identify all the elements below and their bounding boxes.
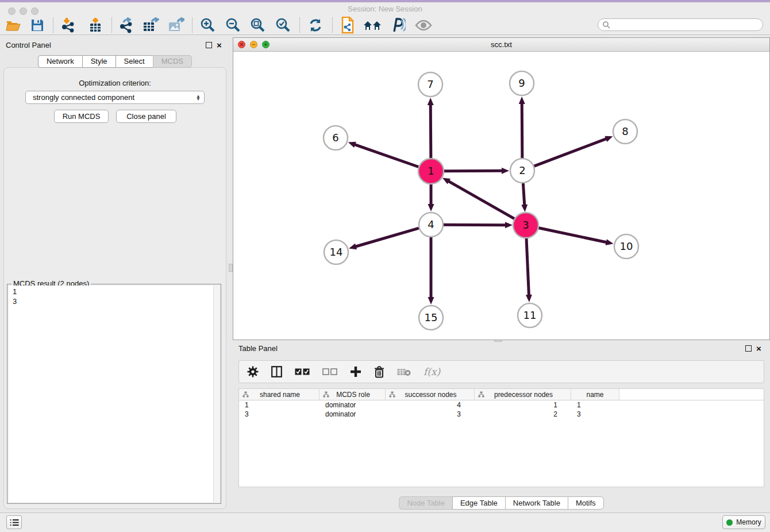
cell-shared-name[interactable]: 3 [239,410,319,419]
refresh-icon[interactable] [306,16,325,34]
column-header-shared-name[interactable]: shared name [239,389,319,400]
edge-3-11[interactable] [526,238,529,296]
network-graph[interactable]: 7968124314101511 [233,51,769,340]
table-row[interactable]: 3dominator323 [239,410,764,419]
memory-status-icon [726,519,733,526]
export-table-icon[interactable] [141,16,160,34]
save-session-icon[interactable] [28,16,47,34]
tab-mcds[interactable]: MCDS [153,55,192,68]
import-table-icon[interactable] [86,16,105,34]
first-neighbors-icon[interactable] [363,16,382,34]
result-line: 1 [13,287,214,296]
node-table: shared nameMCDS rolesuccessor nodesprede… [238,388,764,487]
cell-shared-name[interactable]: 1 [239,400,319,410]
cell-predecessor-nodes[interactable]: 1 [475,400,571,410]
node-label: 14 [330,246,343,258]
add-row-icon[interactable] [350,366,361,377]
cell-predecessor-nodes[interactable]: 2 [475,410,571,419]
tab-select[interactable]: Select [116,55,153,68]
memory-button[interactable]: Memory [722,515,765,529]
column-label: MCDS role [329,391,385,399]
arrowhead-icon [428,98,434,105]
export-network-icon[interactable] [116,16,136,34]
arrowhead-icon [349,244,357,250]
tab-edge-table[interactable]: Edge Table [452,496,505,510]
delete-row-icon[interactable] [374,366,384,378]
list-icon [10,519,19,526]
edge-1-7[interactable] [430,104,431,159]
edge-3-10[interactable] [538,228,607,242]
table-body[interactable]: 1dominator4113dominator323 [239,400,764,487]
float-panel-icon[interactable] [206,42,212,48]
function-builder-icon[interactable]: f(x) [424,366,440,377]
toolbar-separator [192,17,192,33]
table-row[interactable]: 1dominator411 [239,400,764,410]
zoom-fit-icon[interactable] [248,16,268,34]
column-label: name [571,391,619,399]
edge-1-6[interactable] [354,144,419,167]
close-table-panel-icon[interactable]: × [756,345,761,352]
edge-2-3[interactable] [523,183,524,206]
vertical-splitter-grip[interactable] [229,264,233,272]
export-image-icon[interactable] [166,16,186,34]
vizmapper-icon[interactable] [388,16,407,34]
new-network-icon[interactable] [338,16,357,34]
search-box[interactable] [598,18,763,31]
toolbar-separator [299,17,300,33]
deselect-all-icon[interactable] [322,368,337,375]
show-hide-icon[interactable] [414,16,433,34]
tab-network[interactable]: Network [38,55,82,68]
cell-name[interactable]: 3 [571,410,619,419]
task-history-button[interactable] [6,515,22,529]
arrowhead-icon [502,168,509,174]
zoom-in-icon[interactable] [198,16,218,34]
node-label: 1 [428,165,434,177]
float-table-panel-icon[interactable] [745,345,752,352]
memory-label: Memory [736,518,761,526]
close-panel-icon[interactable]: × [217,42,222,48]
settings-gear-icon[interactable] [247,366,259,377]
control-panel-buttons: × [206,42,222,48]
arrowhead-icon [526,295,532,302]
data-type-icon [242,391,249,398]
import-network-icon[interactable] [58,16,78,34]
cell-MCDS-role[interactable]: dominator [319,410,386,419]
edge-4-14[interactable] [355,228,419,246]
result-scrollbar[interactable] [213,286,220,502]
mcds-result-text[interactable]: 13 [9,286,214,502]
network-window-titlebar[interactable]: ✕ − + scc.txt [233,38,769,52]
column-header-successor-nodes[interactable]: successor nodes [386,389,475,400]
tab-style[interactable]: Style [82,55,116,68]
open-session-icon[interactable] [3,16,23,34]
column-header-name[interactable]: name [571,389,619,400]
criterion-dropdown[interactable]: strongly connected component ▲▼ [25,91,205,104]
close-panel-button[interactable]: Close panel [116,110,176,123]
zoom-selected-icon[interactable] [274,16,293,34]
edge-2-8[interactable] [534,138,607,166]
tab-node-table[interactable]: Node Table [399,496,452,510]
column-header-MCDS-role[interactable]: MCDS role [319,389,386,400]
toolbar-separator [53,17,53,33]
edge-1-2[interactable] [444,171,503,171]
cell-MCDS-role[interactable]: dominator [319,400,386,410]
arrowhead-icon [521,205,528,212]
search-input[interactable] [613,20,763,29]
toolbar-separator [111,17,112,33]
column-selector-icon[interactable] [271,366,282,377]
node-label: 11 [523,309,537,321]
run-mcds-button[interactable]: Run MCDS [54,110,109,123]
tab-motifs[interactable]: Motifs [568,496,604,510]
edge-4-3[interactable] [444,225,506,225]
cell-name[interactable]: 1 [571,400,619,410]
tab-network-table[interactable]: Network Table [505,496,568,510]
edge-2-9[interactable] [522,103,522,158]
table-header-row: shared nameMCDS rolesuccessor nodesprede… [239,389,764,400]
zoom-out-icon[interactable] [224,16,243,34]
column-header-predecessor-nodes[interactable]: predecessor nodes [475,389,571,400]
cell-successor-nodes[interactable]: 4 [386,400,475,410]
delete-table-icon[interactable] [397,368,411,376]
control-panel-title: Control Panel [6,41,51,49]
select-all-icon[interactable] [295,368,310,375]
edge-3-1[interactable] [448,181,515,219]
cell-successor-nodes[interactable]: 3 [386,410,475,419]
